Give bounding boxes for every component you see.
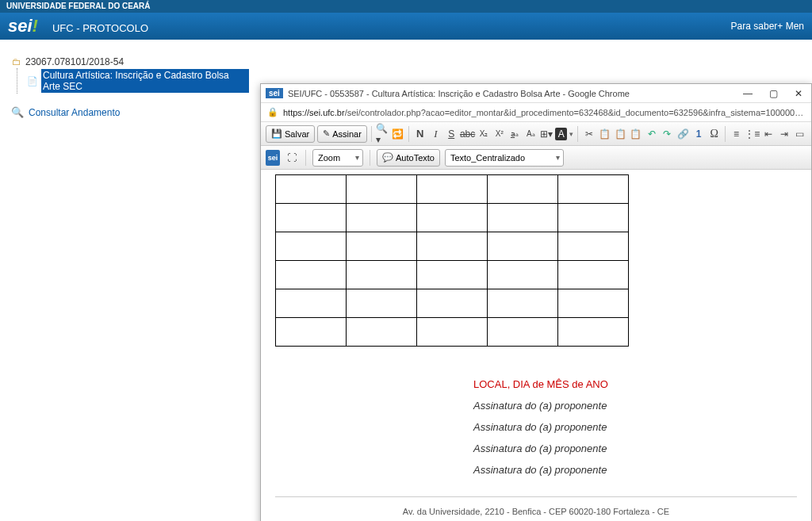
popup-titlebar: sei SEI/UFC - 0553587 - Cultura Artístic… — [261, 84, 811, 103]
maximize-button[interactable]: ▢ — [765, 87, 781, 100]
process-tree: 🗀 23067.078101/2018-54 📄 Cultura Artísti… — [11, 56, 249, 118]
align-icon[interactable]: ▭ — [793, 126, 806, 142]
process-number: 23067.078101/2018-54 — [25, 56, 124, 67]
editor-toolbar-row1: 💾Salvar ✎Assinar 🔍▾ 🔁 N I S abc X₂ X² a̲… — [261, 122, 811, 146]
signature-line-2[interactable]: Assinatura do (a) proponente — [473, 421, 797, 433]
font-size-up-icon[interactable]: Aₐ — [524, 126, 538, 142]
folder-icon: 🗀 — [11, 56, 22, 67]
signature-line-1[interactable]: Assinatura do (a) proponente — [473, 400, 797, 412]
outdent-icon[interactable]: ⇤ — [762, 126, 776, 142]
minimize-button[interactable]: — — [740, 87, 756, 100]
style-select[interactable]: Texto_Centralizado — [445, 149, 564, 167]
editor-popup-window: sei SEI/UFC - 0553587 - Cultura Artístic… — [260, 83, 812, 521]
table-icon[interactable]: ⊞▾ — [540, 126, 553, 142]
undo-icon[interactable]: ↶ — [645, 126, 658, 142]
autotext-button[interactable]: 💬AutoTexto — [377, 149, 440, 167]
search-icon: 🔍 — [11, 106, 24, 118]
sign-button[interactable]: ✎Assinar — [317, 125, 367, 143]
strike-icon[interactable]: abc — [461, 126, 475, 142]
signature-line-3[interactable]: Assinatura do (a) proponente — [473, 442, 797, 454]
italic-icon[interactable]: I — [429, 126, 442, 142]
consult-progress-link[interactable]: 🔍 Consultar Andamento — [11, 106, 249, 118]
font-size-down-icon[interactable]: a̲ₐ — [508, 126, 522, 142]
editor-content[interactable]: LOCAL, DIA de MÊS de ANO Assinatura do (… — [261, 170, 811, 521]
date-placeholder[interactable]: LOCAL, DIA de MÊS de ANO — [473, 378, 797, 390]
tree-process-node[interactable]: 🗀 23067.078101/2018-54 — [11, 56, 249, 68]
copy-icon[interactable]: 📋 — [598, 126, 611, 142]
save-button[interactable]: 💾Salvar — [266, 125, 315, 143]
lock-icon: 🔒 — [267, 107, 278, 117]
signature-line-4[interactable]: Assinatura do (a) proponente — [473, 464, 797, 476]
superscript-icon[interactable]: X² — [492, 126, 506, 142]
tree-doc-title: Cultura Artística: Inscrição e Cadastro … — [41, 69, 249, 93]
sei-badge: sei — [266, 88, 283, 98]
address-bar: 🔒 https://sei.ufc.br/sei/controlador.php… — [261, 103, 811, 122]
org-banner: UNIVERSIDADE FEDERAL DO CEARÁ — [0, 0, 812, 13]
link-icon[interactable]: 🔗 — [676, 126, 690, 142]
header-bar: sei! UFC - PROTOCOLO Para saber+ Men — [0, 13, 812, 40]
bgcolor-icon[interactable]: A — [555, 128, 567, 140]
bold-icon[interactable]: N — [413, 126, 427, 142]
replace-icon[interactable]: 🔁 — [392, 126, 405, 142]
fullscreen-icon[interactable]: ⛶ — [285, 150, 299, 166]
bullet-list-icon[interactable]: ⋮≡ — [745, 126, 760, 142]
header-right-links[interactable]: Para saber+ Men — [731, 21, 804, 32]
sei-logo: sei! — [8, 16, 38, 36]
sei-tool-icon[interactable]: sei — [266, 150, 280, 166]
document-footer: Av. da Universidade, 2210 - Benfica - CE… — [275, 496, 797, 521]
url-text[interactable]: https://sei.ufc.br/sei/controlador.php?a… — [283, 108, 805, 117]
close-button[interactable]: ✕ — [791, 87, 806, 100]
search-tool-icon[interactable]: 🔍▾ — [376, 126, 389, 142]
indent-icon[interactable]: ⇥ — [778, 126, 791, 142]
numbered-list-icon[interactable]: ≡ — [730, 126, 743, 142]
paste-icon[interactable]: 📋 — [614, 126, 627, 142]
tree-document-node[interactable]: 📄 Cultura Artística: Inscrição e Cadastr… — [27, 68, 249, 94]
number-icon[interactable]: 1 — [692, 126, 706, 142]
underline-icon[interactable]: S — [445, 126, 458, 142]
document-icon: 📄 — [27, 75, 38, 86]
unit-name: UFC - PROTOCOLO — [52, 22, 148, 34]
document-table[interactable] — [275, 174, 629, 347]
popup-title: SEI/UFC - 0553587 - Cultura Artística: I… — [288, 89, 733, 98]
zoom-select[interactable]: Zoom — [312, 149, 363, 167]
redo-icon[interactable]: ↷ — [661, 126, 674, 142]
editor-toolbar-row2: sei ⛶ Zoom 💬AutoTexto Texto_Centralizado — [261, 146, 811, 170]
symbol-icon[interactable]: Ω — [707, 126, 721, 142]
paste-word-icon[interactable]: 📋 — [630, 126, 643, 142]
subscript-icon[interactable]: X₂ — [477, 126, 491, 142]
cut-icon[interactable]: ✂ — [582, 126, 596, 142]
